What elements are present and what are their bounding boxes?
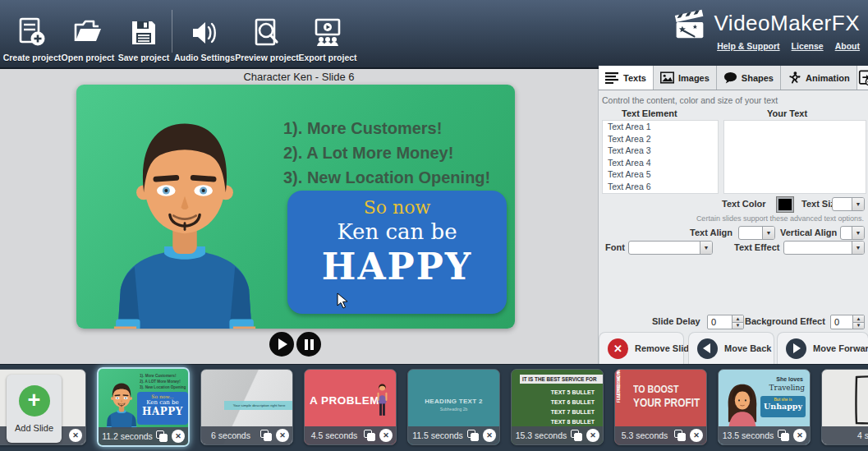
toolbar-divider <box>172 10 172 53</box>
slide-thumbnail-5[interactable]: HEADING TEXT 2 Subheading 2b 11.5 second… <box>407 369 500 445</box>
delete-slide-icon[interactable]: ✕ <box>379 429 393 442</box>
delete-slide-icon[interactable]: ✕ <box>586 429 599 442</box>
delete-slide-icon[interactable]: ✕ <box>276 429 289 442</box>
duplicate-slide-icon[interactable] <box>778 430 790 442</box>
font-select[interactable]: ▼ <box>628 241 713 255</box>
delete-slide-icon[interactable]: ✕ <box>172 430 185 443</box>
create-project-icon <box>16 16 48 49</box>
duplicate-slide-icon[interactable] <box>571 430 583 442</box>
tab-images[interactable]: Images <box>654 66 717 90</box>
slide-thumbnail-2-selected[interactable]: 1). More Customers! 2). A LOT More Money… <box>97 367 190 447</box>
background-effect-value[interactable]: 0 <box>831 315 852 329</box>
slide-thumbnail-8[interactable]: She loves Traveling But she is Unhappy 1… <box>718 369 811 445</box>
mini-woman-illustration <box>723 380 761 428</box>
slide-duration: 15.3 seconds <box>515 430 567 440</box>
callout-line-top[interactable]: So now <box>287 197 507 218</box>
tab-texts[interactable]: Texts <box>599 66 654 90</box>
text-element-list[interactable]: Text Area 1 Text Area 2 Text Area 3 Text… <box>602 120 719 194</box>
mini-vertical-text: LET US SHOW YOU THE FEATURES WE INCLUDE <box>617 376 625 424</box>
callout-line-middle[interactable]: Ken can be <box>287 219 507 244</box>
mini-box-line2: Unhappy <box>760 402 806 411</box>
tab-animation[interactable]: Animation <box>781 66 857 90</box>
background-effect-stepper: ▲▼ <box>852 315 864 329</box>
open-project-button[interactable]: Open project <box>57 8 118 62</box>
callout-line-bottom[interactable]: HAPPY <box>287 246 507 288</box>
slide-thumbnail-9[interactable]: 4 sec <box>821 369 868 445</box>
export-project-button[interactable]: Export project <box>297 8 358 62</box>
duplicate-slide-icon[interactable] <box>156 430 168 443</box>
preview-project-button[interactable]: Preview project <box>237 8 297 62</box>
text-area-option-1[interactable]: Text Area 1 <box>603 121 718 133</box>
slide-canvas[interactable]: 1). More Customers! 2). A Lot More Money… <box>76 85 515 329</box>
slide-delay-value[interactable]: 0 <box>708 315 732 329</box>
mini-text-line1: She loves <box>776 376 803 382</box>
chevron-down-icon: ▼ <box>762 227 774 239</box>
slide-thumbnail-7[interactable]: LET US SHOW YOU THE FEATURES WE INCLUDE … <box>614 369 707 445</box>
duplicate-slide-icon[interactable] <box>674 430 687 442</box>
callout-box[interactable]: So now Ken can be HAPPY <box>287 191 507 314</box>
move-back-button[interactable]: Move Back <box>688 332 774 364</box>
bullet-line[interactable]: 2). A Lot More Money! <box>283 140 490 165</box>
advanced-options-hint: Certain slides support these advanced te… <box>696 214 864 223</box>
thumbnail-bar: 5.3 seconds ✕ <box>615 426 706 444</box>
bullet-line[interactable]: 3). New Location Opening! <box>283 165 490 190</box>
duplicate-slide-icon[interactable] <box>364 430 376 442</box>
mini-banner-text: IT IS THE BEST SERVICE FOR <box>520 375 603 384</box>
duplicate-slide-icon[interactable] <box>467 430 480 442</box>
delete-slide-icon[interactable]: ✕ <box>793 429 806 442</box>
texts-icon <box>605 71 619 84</box>
slide-delay-down-button[interactable]: ▼ <box>733 323 743 329</box>
tab-shapes[interactable]: Shapes <box>717 66 781 90</box>
audio-settings-button[interactable]: Audio Settings <box>174 8 235 62</box>
license-link[interactable]: License <box>792 41 824 51</box>
duplicate-slide-icon[interactable] <box>260 430 273 442</box>
thumbnail-bar: 4 sec <box>822 426 868 444</box>
text-align-select[interactable]: ▼ <box>738 226 775 240</box>
delete-slide-icon[interactable]: ✕ <box>483 429 496 442</box>
chevron-down-icon: ▼ <box>852 242 864 254</box>
add-slide-button[interactable]: + Add Slide <box>7 375 62 443</box>
text-color-swatch[interactable] <box>777 197 793 212</box>
text-area-option-5[interactable]: Text Area 5 <box>603 168 718 181</box>
remove-slide-button[interactable]: ✕ Remove Slide <box>599 332 684 364</box>
slide-thumbnail-4[interactable]: A PROBLEM 4.5 seconds ✕ <box>304 369 397 445</box>
add-slide-label: Add Slide <box>15 423 53 433</box>
vertical-align-select[interactable]: ▼ <box>840 226 865 240</box>
your-text-input[interactable] <box>723 120 866 194</box>
slide-thumbnail-3[interactable]: Your simple description right here 6 sec… <box>200 369 293 445</box>
save-project-button[interactable]: Save project <box>113 8 174 62</box>
background-effect-input[interactable]: 0 ▲▼ <box>830 315 865 329</box>
text-area-option-2[interactable]: Text Area 2 <box>603 133 718 145</box>
text-area-option-6[interactable]: Text Area 6 <box>603 181 718 193</box>
character-ken-illustration[interactable] <box>83 107 287 329</box>
brand-area: VideoMakerFX Help & Support License Abou… <box>671 7 860 64</box>
play-button[interactable] <box>269 332 294 357</box>
help-support-link[interactable]: Help & Support <box>717 41 779 51</box>
background-effect-up-button[interactable]: ▲ <box>853 315 864 323</box>
thumbnail-bar: 13.5 seconds ✕ <box>719 426 810 444</box>
delete-slide-icon[interactable]: ✕ <box>69 429 82 442</box>
slide-delay-input[interactable]: 0 ▲▼ <box>707 315 744 329</box>
text-size-select[interactable]: ▼ <box>832 197 865 211</box>
delete-slide-icon[interactable]: ✕ <box>690 429 703 442</box>
export-project-icon <box>311 16 344 49</box>
open-project-icon <box>71 16 104 49</box>
create-project-button[interactable]: Create project <box>2 8 62 62</box>
add-element-button[interactable] <box>857 66 868 90</box>
videomakerfx-logo-icon <box>672 7 708 39</box>
about-link[interactable]: About <box>835 41 860 51</box>
background-effect-label: Background Effect <box>745 316 825 326</box>
slide-bullet-text[interactable]: 1). More Customers! 2). A Lot More Money… <box>283 116 490 190</box>
background-effect-down-button[interactable]: ▼ <box>853 323 864 329</box>
panel-hint-text: Control the content, color and size of y… <box>602 95 778 105</box>
text-effect-select[interactable]: ▼ <box>783 241 865 255</box>
pause-button[interactable] <box>296 332 321 357</box>
text-area-option-3[interactable]: Text Area 3 <box>603 145 718 157</box>
slide-delay-up-button[interactable]: ▲ <box>733 315 743 323</box>
move-forward-button[interactable]: Move Forward <box>777 332 868 364</box>
bullet-line[interactable]: 1). More Customers! <box>283 116 490 140</box>
your-text-header: Your Text <box>767 108 807 118</box>
slide-thumbnail-6[interactable]: IT IS THE BEST SERVICE FOR TEXT 5 BULLET… <box>511 369 604 445</box>
text-area-option-4[interactable]: Text Area 4 <box>603 157 718 169</box>
tab-images-label: Images <box>678 73 710 83</box>
